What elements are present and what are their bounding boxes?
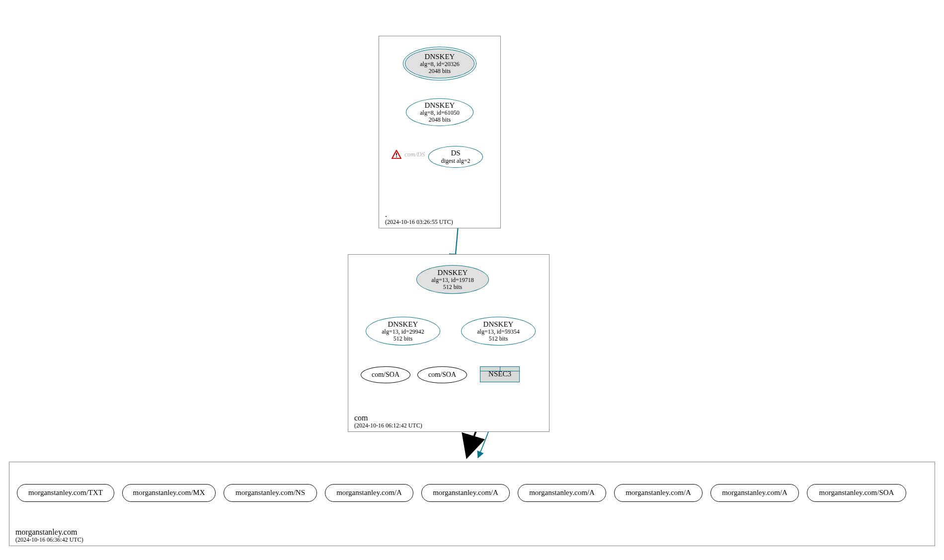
zone-leaf: morganstanley.com (2024-10-16 06:36:42 U… xyxy=(9,462,935,546)
node-title: DNSKEY xyxy=(438,269,468,277)
node-com-zsk2: DNSKEY alg=13, id=59354 512 bits xyxy=(461,317,536,346)
warning-icon xyxy=(392,150,401,159)
node-leaf-a5: morganstanley.com/A xyxy=(710,484,799,502)
node-label: morganstanley.com/TXT xyxy=(28,489,103,497)
node-label: morganstanley.com/A xyxy=(336,489,402,497)
node-line: 2048 bits xyxy=(429,68,451,75)
node-line: 512 bits xyxy=(393,336,412,343)
node-leaf-txt: morganstanley.com/TXT xyxy=(17,484,114,502)
svg-rect-1 xyxy=(396,156,397,157)
zone-leaf-timestamp: (2024-10-16 06:36:42 UTC) xyxy=(15,536,83,544)
node-leaf-a2: morganstanley.com/A xyxy=(421,484,510,502)
zone-leaf-name: morganstanley.com xyxy=(15,528,77,537)
node-line: 512 bits xyxy=(443,284,462,291)
node-line: alg=13, id=19718 xyxy=(431,277,474,284)
node-label: morganstanley.com/A xyxy=(433,489,498,497)
node-line: alg=8, id=20326 xyxy=(420,61,460,68)
node-leaf-ns: morganstanley.com/NS xyxy=(224,484,317,502)
node-label: morganstanley.com/SOA xyxy=(819,489,894,497)
node-leaf-a3: morganstanley.com/A xyxy=(518,484,606,502)
node-com-ksk: DNSKEY alg=13, id=19718 512 bits xyxy=(416,265,489,294)
node-line: alg=13, id=29942 xyxy=(382,329,424,336)
node-root-ds: DS digest alg=2 xyxy=(428,146,483,168)
node-root-ksk: DNSKEY alg=8, id=20326 2048 bits xyxy=(405,49,474,78)
zone-root-name: . xyxy=(385,210,387,219)
node-label: morganstanley.com/A xyxy=(722,489,787,497)
node-label: NSEC3 xyxy=(488,370,511,378)
node-label: morganstanley.com/A xyxy=(529,489,595,497)
zone-com-name: com xyxy=(354,414,368,422)
node-line: 2048 bits xyxy=(429,117,451,124)
node-label: morganstanley.com/NS xyxy=(236,489,305,497)
node-title: DNSKEY xyxy=(425,53,455,61)
node-com-soa2: com/SOA xyxy=(417,366,467,383)
node-com-nsec3: NSEC3 xyxy=(480,366,520,382)
node-title: DNSKEY xyxy=(425,101,455,110)
node-line: digest alg=2 xyxy=(441,158,470,165)
node-root-zsk: DNSKEY alg=8, id=61050 2048 bits xyxy=(406,98,473,126)
node-leaf-a1: morganstanley.com/A xyxy=(325,484,413,502)
node-label: com/SOA xyxy=(428,371,456,379)
node-label: morganstanley.com/MX xyxy=(133,489,205,497)
zone-com-timestamp: (2024-10-16 06:12:42 UTC) xyxy=(354,422,422,429)
node-title: DNSKEY xyxy=(483,320,514,329)
node-leaf-soa: morganstanley.com/SOA xyxy=(807,484,906,502)
node-title: DNSKEY xyxy=(388,320,418,329)
node-leaf-a4: morganstanley.com/A xyxy=(614,484,703,502)
node-label: morganstanley.com/A xyxy=(626,489,691,497)
node-label: com/SOA xyxy=(372,371,399,379)
node-line: alg=8, id=61050 xyxy=(420,110,460,117)
svg-rect-0 xyxy=(396,153,397,156)
node-com-soa1: com/SOA xyxy=(361,366,410,383)
diagram-stage: . (2024-10-16 03:26:55 UTC) DNSKEY alg=8… xyxy=(0,0,944,560)
node-title: DS xyxy=(451,149,460,157)
node-line: 512 bits xyxy=(489,336,508,343)
node-leaf-mx: morganstanley.com/MX xyxy=(122,484,216,502)
node-com-zsk1: DNSKEY alg=13, id=29942 512 bits xyxy=(366,317,440,346)
node-root-warning: com/DS xyxy=(392,150,425,159)
node-line: alg=13, id=59354 xyxy=(477,329,520,336)
warning-label: com/DS xyxy=(404,150,425,158)
zone-root-timestamp: (2024-10-16 03:26:55 UTC) xyxy=(385,218,453,226)
